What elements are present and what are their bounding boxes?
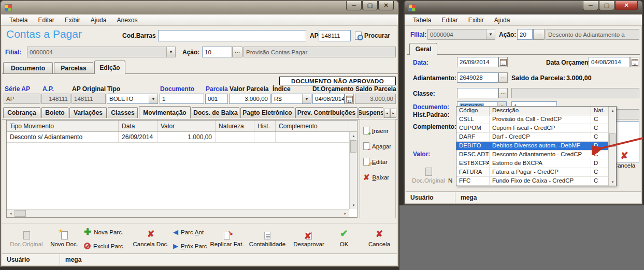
calendar-icon: 31 — [346, 96, 353, 102]
grid-vertical-scrollbar[interactable]: ▴ ▾ — [349, 132, 357, 209]
tab-parcelas[interactable]: Parcelas — [54, 62, 93, 73]
menu-item-exibir[interactable]: Exibir — [60, 16, 85, 25]
cod-barras-input[interactable] — [158, 30, 306, 41]
acao-input[interactable]: 20 — [517, 29, 533, 40]
menu-item-exibir[interactable]: Exibir — [463, 16, 489, 25]
list-item[interactable]: ESTBXCPAEstorno de BXCPAD — [456, 159, 616, 168]
tab-variacoes[interactable]: Variações — [69, 107, 107, 118]
col-complemento[interactable]: Complemento — [276, 121, 349, 131]
adiantamento-lookup-button[interactable]: ··· — [498, 72, 508, 83]
scroll-thumb[interactable] — [15, 210, 26, 217]
acao-lookup-button[interactable]: ··· — [232, 47, 242, 57]
prox-parc-button[interactable]: ▶ Próx Parc — [173, 243, 207, 249]
baixar-button[interactable]: ✘ Baixar — [363, 173, 389, 182]
adiantamento-input[interactable]: 2649028 — [457, 72, 498, 83]
acao-lookup-button[interactable]: ··· — [533, 29, 545, 40]
parcela-input[interactable]: 001 — [205, 94, 228, 104]
tab-geral[interactable]: Geral — [409, 43, 437, 55]
data-orcamento-input[interactable]: 04/08/2014 — [589, 57, 630, 67]
classe-input[interactable] — [457, 88, 498, 98]
close-button[interactable]: ✕ — [615, 1, 638, 10]
tab-scroll-left-icon[interactable]: ◂ — [384, 109, 390, 118]
apagar-button[interactable]: − Apagar — [363, 142, 391, 150]
list-item[interactable]: FATURAFatura a Pagar - CredCPC — [456, 168, 616, 177]
menu-item-anexos[interactable]: Anexos — [111, 16, 142, 25]
tab-suspens[interactable]: Suspens — [359, 107, 383, 118]
ok-button[interactable]: ✔ OK — [333, 228, 355, 247]
parc-ant-button[interactable]: ◀ Parc.Ant — [173, 229, 204, 235]
tab-scroll-right-icon[interactable]: ▸ — [390, 109, 396, 118]
tab-pagto-eletronico[interactable]: Pagto Eletrônico — [240, 107, 294, 118]
procurar-button[interactable]: Procurar — [355, 32, 390, 40]
scroll-up-icon[interactable]: ▴ — [609, 107, 617, 114]
scroll-down-icon[interactable]: ▾ — [350, 201, 357, 209]
tab-documento[interactable]: Documento — [3, 62, 53, 73]
col-natureza[interactable]: Natureza — [216, 121, 254, 131]
dt-orcamento-calendar-button[interactable]: 31 — [345, 94, 354, 104]
doc-original-button[interactable]: Doc.Original — [7, 228, 46, 247]
novo-doc-button[interactable]: ★ Novo Doc. — [48, 228, 81, 247]
doc-original-button[interactable]: Doc.Original — [409, 164, 448, 184]
partially-hidden-button[interactable]: N — [448, 177, 452, 184]
minimize-button[interactable]: ─ — [583, 1, 598, 10]
table-row[interactable]: Desconto s/ Adiantamento 26/09/2014 1.00… — [7, 132, 357, 143]
dt-orcamento-input[interactable]: 04/08/2014 — [312, 94, 345, 104]
tab-movimentacao[interactable]: Movimentação — [139, 106, 191, 118]
right-titlebar[interactable]: ─ ▢ ✕ — [405, 1, 642, 14]
scroll-down-icon[interactable]: ▾ — [609, 178, 617, 186]
grid-horizontal-scrollbar[interactable]: ◂ ▸ — [7, 209, 349, 217]
data-input[interactable]: 26/09/2014 — [457, 57, 498, 67]
col-valor[interactable]: Valor — [158, 121, 216, 131]
menu-item-editar[interactable]: Editar — [436, 16, 463, 25]
col-data[interactable]: Data — [119, 121, 158, 131]
col-hist[interactable]: Hist. — [254, 121, 276, 131]
tab-edicao[interactable]: Edição — [94, 61, 125, 74]
valor-parcela-input[interactable]: 3.000,00 — [229, 94, 270, 104]
menu-item-tabela[interactable]: Tabela — [4, 16, 33, 25]
editar-button[interactable]: ✎ Editar — [363, 158, 388, 166]
nova-parc-button[interactable]: ✚ Nova Parc. — [84, 229, 123, 236]
ap-input[interactable]: 148111 — [319, 30, 351, 41]
replicar-fat-button[interactable]: ↘ Replicar Fat. — [207, 228, 247, 247]
data-orcamento-calendar-button[interactable]: 31 — [630, 57, 639, 67]
cancela-doc-button[interactable]: ✘ Cancela Doc. — [132, 228, 170, 247]
desaprovar-button[interactable]: ✘ Desaprovar — [290, 228, 327, 247]
minimize-button[interactable]: ─ — [346, 1, 362, 10]
close-button[interactable]: ✕ — [378, 1, 394, 10]
indice-combo[interactable]: R$ ▼ — [271, 94, 311, 104]
maximize-button[interactable]: ▢ — [362, 1, 378, 10]
tipo-combo[interactable]: BOLETO ▼ — [107, 94, 158, 104]
col-tipo-movimento[interactable]: Tipo Movimento — [7, 121, 119, 131]
list-item[interactable]: FFCFundo Fixo de Caixa - CredCPC — [456, 177, 616, 186]
scroll-up-icon[interactable]: ▴ — [350, 132, 357, 140]
scroll-thumb[interactable] — [350, 140, 356, 153]
cancela-button[interactable]: ✘ Cancela — [364, 228, 395, 247]
inserir-button[interactable]: + Inserir — [363, 127, 389, 134]
filial-combo[interactable]: 0000004 ▼ — [427, 29, 495, 40]
scroll-left-icon[interactable]: ◂ — [7, 209, 15, 217]
tab-classes[interactable]: Classes — [108, 107, 138, 118]
menu-item-ajuda[interactable]: Ajuda — [85, 16, 112, 25]
scroll-right-icon[interactable]: ▸ — [341, 209, 349, 217]
tab-prev-contribuicoes[interactable]: Prev. Contribuições — [295, 107, 357, 118]
contabilidade-button[interactable]: Contabilidade — [245, 228, 290, 247]
menu-item-tabela[interactable]: Tabela — [408, 16, 436, 25]
filial-combo[interactable]: 0000004 ▼ — [27, 47, 176, 57]
adiantamento-label: Adiantamento: — [413, 74, 456, 82]
documento-input[interactable]: 1 — [160, 94, 204, 104]
procurar-label: Procurar — [364, 32, 390, 39]
menu-item-ajuda[interactable]: Ajuda — [489, 16, 516, 25]
list-item[interactable]: CUPOMCupom Fiscal - CredCPC — [456, 124, 616, 133]
classe-lookup-button[interactable]: ··· — [498, 88, 508, 98]
exclui-parc-button[interactable]: Exclui Parc. — [84, 243, 125, 249]
tab-boleto[interactable]: Boleto — [41, 107, 68, 118]
menu-item-editar[interactable]: Editar — [33, 16, 59, 25]
left-titlebar[interactable]: ─ ▢ ✕ — [1, 1, 398, 14]
data-calendar-button[interactable]: 31 — [498, 57, 508, 67]
tab-cobranca[interactable]: Cobrança — [3, 107, 40, 118]
list-item[interactable]: CSLLProvisão da Csll - CredCPC — [456, 115, 616, 124]
acao-input[interactable]: 10 — [202, 47, 232, 57]
tab-docs-de-baixa[interactable]: Docs. de Baixa — [192, 107, 239, 118]
maximize-button[interactable]: ▢ — [599, 1, 614, 10]
desaprovar-label: Desaprovar — [293, 241, 324, 247]
